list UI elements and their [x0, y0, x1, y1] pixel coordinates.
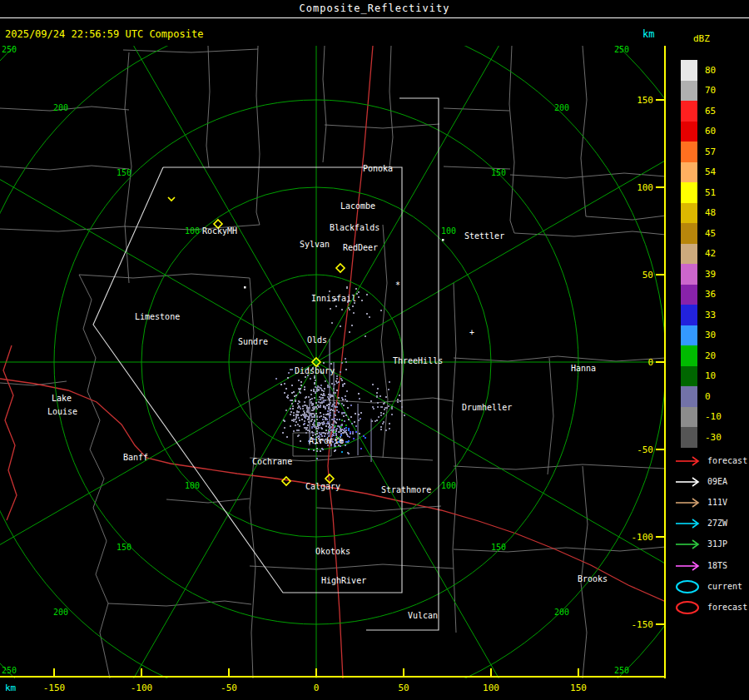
colorbar-swatch [681, 325, 697, 346]
colorbar-entry: 65 [681, 101, 722, 122]
colorbar-entry: 48 [681, 203, 722, 224]
city-label: Brooks [578, 574, 608, 583]
colorbar-swatch [681, 264, 697, 285]
colorbar-swatch [681, 305, 697, 325]
legend-item: 111V [674, 492, 747, 513]
dbz-label: dBZ [693, 33, 710, 44]
right-axis-label: 0 [647, 357, 653, 368]
city-label: HighRiver [321, 576, 366, 585]
radar-site-icon [282, 477, 290, 485]
right-axis-label: -100 [632, 532, 654, 543]
colorbar-swatch [681, 285, 697, 305]
legend-label: 27ZW [707, 519, 727, 528]
colorbar-entry: 54 [681, 162, 722, 183]
colorbar-entry: 57 [681, 141, 722, 162]
colorbar-value: 30 [705, 330, 716, 340]
city-label: Louise [47, 407, 77, 416]
colorbar-value: 45 [705, 229, 716, 238]
colorbar-entry: 36 [681, 285, 722, 305]
colorbar-value: 20 [705, 351, 716, 360]
city-label: Hanna [571, 364, 596, 373]
colorbar-swatch [681, 162, 697, 183]
colorbar-entry: 60 [681, 122, 722, 142]
range-distance-label: 250 [614, 666, 629, 675]
city-label: Cochrane [252, 457, 292, 466]
track-legend: forecast09EA111V27ZW31JP18TScurrentforec… [674, 450, 747, 618]
city-label: ThreeHills [393, 356, 443, 365]
city-label: Sylvan [300, 240, 330, 249]
range-distance-label: 200 [53, 608, 68, 617]
colorbar-value: 54 [705, 167, 716, 176]
range-distance-label: 250 [614, 46, 629, 54]
title-bar: Composite_Reflectivity [0, 0, 749, 18]
colorbar-value: -30 [705, 433, 722, 442]
colorbar-value: 80 [705, 66, 716, 75]
legend-item: 27ZW [674, 514, 747, 534]
coverage-boxes [93, 98, 439, 630]
city-label: Strathmore [381, 485, 431, 494]
bottom-axis-label: -150 [43, 683, 66, 693]
city-label: Sundre [238, 337, 268, 346]
city-label: Limestone [135, 312, 180, 321]
legend-label: forecast [707, 457, 747, 465]
colorbar-value: 70 [705, 86, 716, 95]
right-axis-label: -50 [637, 444, 653, 455]
colorbar-entry: 30 [681, 325, 722, 346]
city-label: RockyMH [202, 226, 237, 236]
legend-label: 111V [707, 499, 727, 507]
range-distance-label: 250 [2, 666, 17, 675]
city-label: Lacombe [340, 201, 375, 211]
window-title: Composite_Reflectivity [300, 2, 450, 14]
colorbar-value: 39 [705, 270, 716, 279]
legend-ellipse-icon [674, 579, 704, 594]
city-label: Banff [123, 453, 148, 462]
km-unit-top: km [642, 28, 654, 40]
city-label: Stettler [464, 231, 504, 241]
bottom-axis-label: 50 [398, 683, 409, 693]
svg-text:+: + [469, 328, 474, 337]
legend-item: current [674, 576, 747, 597]
city-label: Okotoks [315, 547, 350, 556]
timestamp: 2025/09/24 22:56:59 UTC Composite [5, 28, 203, 40]
colorbar-swatch [681, 407, 697, 428]
km-unit-bottom: km [5, 683, 16, 693]
legend-arrow-icon [674, 474, 704, 489]
colorbar-entry: 39 [681, 264, 722, 285]
city-label: Innisfail [311, 294, 356, 303]
colorbar-entry: 45 [681, 223, 722, 244]
city-label: RedDeer [343, 243, 378, 252]
colorbar-value: 42 [705, 249, 716, 258]
legend-label: forecast [707, 603, 747, 612]
colorbar-value: 10 [705, 371, 716, 380]
colorbar-value: 65 [705, 107, 716, 116]
legend-label: 09EA [707, 478, 727, 486]
colorbar-value: 48 [705, 208, 716, 217]
colorbar-entry: 51 [681, 182, 722, 203]
range-distance-label: 150 [491, 543, 506, 552]
legend-arrow-icon [674, 516, 704, 531]
right-axis-label: 150 [637, 95, 653, 106]
right-axis-label: 100 [637, 182, 653, 193]
colorbar-swatch [681, 141, 697, 162]
colorbar-entry: 10 [681, 366, 722, 387]
range-distance-label: 100 [185, 226, 200, 236]
colorbar-swatch [681, 203, 697, 224]
colorbar-swatch [681, 223, 697, 244]
city-label: Didsbury [295, 366, 335, 375]
legend-item: 18TS [674, 555, 747, 576]
radar-map: *+PonokaLacombeBlackfaldsRedDeerSylvanRo… [0, 46, 666, 678]
bottom-axis-label: -100 [131, 683, 153, 693]
colorbar-swatch [681, 345, 697, 366]
range-distance-label: 200 [53, 103, 68, 112]
colorbar-entry: 33 [681, 305, 722, 325]
right-axis-label: 50 [642, 270, 653, 280]
city-label: Ponoka [363, 164, 393, 173]
colorbar-value: 0 [705, 392, 711, 401]
range-distance-label: 100 [185, 481, 200, 490]
colorbar-entry: -10 [681, 407, 722, 428]
legend-label: 18TS [707, 562, 727, 570]
colorbar-swatch [681, 81, 697, 102]
bottom-axis: km -150-100-50050100150 [0, 680, 674, 700]
colorbar-value: 36 [705, 290, 716, 299]
legend-arrow-icon [674, 559, 704, 573]
